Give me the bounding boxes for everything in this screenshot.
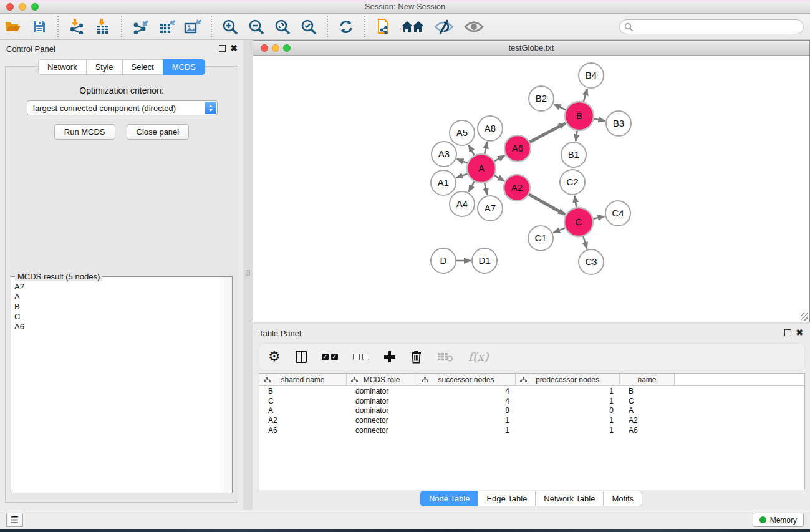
select-all-button[interactable]: ✓✓	[322, 347, 338, 366]
memory-status-icon	[759, 516, 766, 523]
tab-node-table[interactable]: Node Table	[420, 491, 478, 506]
node-table: shared nameMCDS rolesuccessor nodesprede…	[259, 373, 805, 490]
show-all-button[interactable]	[463, 17, 485, 37]
table-cell[interactable]: 1	[516, 426, 620, 435]
table-cell[interactable]: dominator	[347, 406, 417, 415]
table-cell[interactable]: B	[259, 387, 347, 395]
table-row[interactable]: A6connector11A6	[259, 425, 804, 435]
save-session-button[interactable]	[30, 17, 49, 37]
zoom-fit-button[interactable]	[273, 17, 292, 37]
import-table-button[interactable]	[94, 17, 112, 37]
toolbar-separator	[57, 16, 59, 37]
mcds-result-list: A2ABCA6	[12, 282, 222, 332]
result-list-item[interactable]: A2	[12, 282, 222, 292]
memory-label: Memory	[770, 516, 797, 525]
table-cell[interactable]: 1	[516, 416, 620, 425]
import-network-button[interactable]	[67, 17, 86, 37]
zoom-selected-button[interactable]	[299, 17, 318, 37]
tab-network-table[interactable]: Network Table	[535, 491, 603, 506]
graph-node-label: B2	[536, 93, 547, 104]
open-folder-icon	[5, 20, 21, 34]
run-mcds-button[interactable]: Run MCDS	[54, 124, 115, 140]
tab-network[interactable]: Network	[38, 59, 86, 75]
tab-select[interactable]: Select	[122, 59, 163, 75]
table-cell[interactable]: C	[259, 397, 347, 405]
table-cell[interactable]: 0	[516, 406, 620, 415]
table-cell[interactable]: dominator	[347, 397, 417, 405]
graph-node-label: B	[576, 110, 582, 121]
tab-motifs[interactable]: Motifs	[603, 491, 642, 506]
close-panel-icon[interactable]: ✖	[796, 327, 803, 337]
table-cell[interactable]: 1	[417, 416, 516, 425]
hide-selected-button[interactable]	[433, 17, 455, 37]
splitter-grip[interactable]	[246, 270, 250, 276]
column-header[interactable]: name	[620, 374, 675, 385]
delete-columns-button[interactable]	[410, 347, 422, 366]
criterion-select[interactable]: largest connected component (directed)	[27, 100, 218, 115]
table-row[interactable]: Cdominator41C	[259, 396, 804, 406]
network-window-titlebar[interactable]: testGlobe.txt	[253, 41, 809, 56]
table-row[interactable]: Bdominator41B	[259, 386, 804, 396]
tab-style[interactable]: Style	[86, 59, 122, 75]
close-panel-icon[interactable]: ✖	[230, 43, 238, 53]
table-cell[interactable]: A2	[620, 416, 675, 425]
table-cell[interactable]: 4	[417, 397, 516, 405]
window-resize-grip[interactable]	[801, 313, 808, 321]
zoom-out-button[interactable]	[247, 17, 266, 37]
export-image-button[interactable]	[183, 17, 202, 37]
table-cell[interactable]: connector	[347, 426, 417, 435]
column-header[interactable]: predecessor nodes	[516, 374, 620, 385]
table-cell[interactable]: connector	[347, 416, 417, 425]
vertical-splitter[interactable]	[243, 40, 253, 510]
result-list-item[interactable]: A	[12, 292, 222, 302]
refresh-button[interactable]	[337, 17, 355, 37]
first-neighbors-button[interactable]	[400, 17, 425, 37]
table-cell[interactable]: C	[620, 397, 675, 405]
deselect-all-button[interactable]	[353, 347, 369, 366]
table-cell[interactable]: A6	[259, 426, 347, 435]
table-cell[interactable]: 1	[516, 387, 620, 395]
network-canvas[interactable]: B4B2BB3A5A8A6A3B1AA1C2A2A4A7C4CC1DD1C3	[253, 56, 809, 322]
table-cell[interactable]: A2	[259, 416, 347, 425]
network-graph: B4B2BB3A5A8A6A3B1AA1C2A2A4A7C4CC1DD1C3	[253, 56, 809, 322]
float-panel-icon[interactable]	[219, 45, 226, 52]
export-network-button[interactable]	[131, 17, 150, 37]
memory-button[interactable]: Memory	[753, 513, 804, 527]
table-cell[interactable]: 8	[417, 406, 516, 415]
graph-node-label: C1	[534, 233, 546, 243]
zoom-in-button[interactable]	[221, 17, 239, 37]
table-cell[interactable]: 4	[417, 387, 516, 395]
table-cell[interactable]: A	[620, 406, 675, 415]
table-cell[interactable]: 1	[516, 397, 620, 405]
table-cell[interactable]: dominator	[347, 387, 417, 395]
table-cell[interactable]: B	[620, 387, 675, 395]
table-cell[interactable]: A6	[620, 426, 675, 435]
column-header[interactable]: MCDS role	[347, 374, 417, 385]
result-list-item[interactable]: B	[12, 302, 222, 312]
export-table-button[interactable]	[157, 17, 176, 37]
search-input[interactable]	[636, 21, 798, 33]
column-view-button[interactable]	[296, 347, 307, 366]
result-scrollbar[interactable]	[224, 277, 232, 493]
table-cell[interactable]: 1	[417, 426, 516, 435]
column-header[interactable]: successor nodes	[417, 374, 516, 385]
table-panel-title: Table Panel	[259, 329, 301, 338]
table-row[interactable]: Adominator80A	[259, 406, 804, 416]
result-list-item[interactable]: A6	[12, 322, 222, 332]
delete-table-button	[437, 347, 453, 366]
session-title: Session: New Session	[0, 2, 810, 11]
column-header[interactable]: shared name	[259, 374, 347, 385]
table-row[interactable]: A2connector11A2	[259, 415, 804, 425]
new-network-from-file-button[interactable]	[374, 17, 393, 37]
table-cell[interactable]: A	[259, 406, 347, 415]
close-panel-button[interactable]: Close panel	[127, 124, 190, 140]
show-panels-button[interactable]: ☰	[6, 513, 23, 527]
tab-edge-table[interactable]: Edge Table	[478, 491, 535, 506]
table-settings-button[interactable]: ⚙	[268, 347, 281, 366]
zoom-selected-icon	[301, 19, 317, 35]
float-panel-icon[interactable]	[784, 329, 791, 336]
tab-mcds[interactable]: MCDS	[163, 59, 205, 75]
result-list-item[interactable]: C	[12, 312, 222, 322]
create-column-button[interactable]	[384, 347, 395, 366]
open-session-button[interactable]	[4, 17, 22, 37]
